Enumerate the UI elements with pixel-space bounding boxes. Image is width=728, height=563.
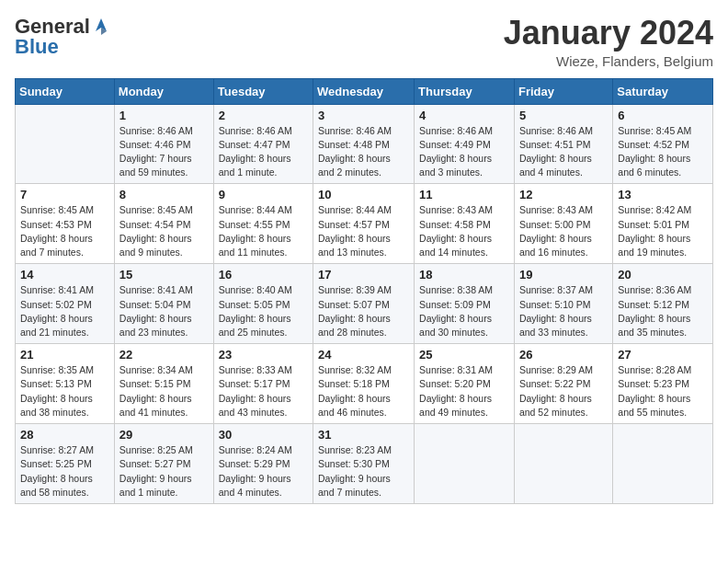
- day-info: Sunrise: 8:45 AM Sunset: 4:53 PM Dayligh…: [20, 203, 109, 259]
- day-info: Sunrise: 8:41 AM Sunset: 5:04 PM Dayligh…: [119, 283, 209, 339]
- table-row: 6Sunrise: 8:45 AM Sunset: 4:52 PM Daylig…: [613, 104, 713, 184]
- day-number: 30: [219, 428, 308, 442]
- day-number: 7: [20, 188, 109, 201]
- day-info: Sunrise: 8:32 AM Sunset: 5:18 PM Dayligh…: [318, 363, 409, 419]
- table-row: 2Sunrise: 8:46 AM Sunset: 4:47 PM Daylig…: [213, 104, 313, 184]
- calendar-header-row: Sunday Monday Tuesday Wednesday Thursday…: [16, 78, 713, 104]
- day-number: 4: [419, 109, 509, 122]
- table-row: 30Sunrise: 8:24 AM Sunset: 5:29 PM Dayli…: [213, 424, 313, 504]
- calendar-week-row: 1Sunrise: 8:46 AM Sunset: 4:46 PM Daylig…: [16, 104, 713, 184]
- day-info: Sunrise: 8:28 AM Sunset: 5:23 PM Dayligh…: [618, 363, 708, 419]
- header-wednesday: Wednesday: [313, 78, 415, 104]
- day-info: Sunrise: 8:33 AM Sunset: 5:17 PM Dayligh…: [219, 363, 308, 419]
- logo-blue-text: Blue: [15, 35, 59, 59]
- day-info: Sunrise: 8:39 AM Sunset: 5:07 PM Dayligh…: [318, 283, 409, 339]
- day-info: Sunrise: 8:37 AM Sunset: 5:10 PM Dayligh…: [519, 283, 608, 339]
- day-number: 3: [318, 109, 409, 122]
- day-number: 25: [419, 348, 509, 362]
- table-row: 25Sunrise: 8:31 AM Sunset: 5:20 PM Dayli…: [415, 344, 515, 424]
- day-number: 2: [219, 109, 308, 122]
- calendar-week-row: 21Sunrise: 8:35 AM Sunset: 5:13 PM Dayli…: [16, 344, 713, 424]
- header-tuesday: Tuesday: [213, 78, 313, 104]
- day-info: Sunrise: 8:46 AM Sunset: 4:47 PM Dayligh…: [219, 124, 308, 180]
- table-row: 24Sunrise: 8:32 AM Sunset: 5:18 PM Dayli…: [313, 344, 415, 424]
- logo-icon: [92, 15, 110, 35]
- table-row: 17Sunrise: 8:39 AM Sunset: 5:07 PM Dayli…: [313, 264, 415, 344]
- day-info: Sunrise: 8:31 AM Sunset: 5:20 PM Dayligh…: [419, 363, 509, 419]
- day-info: Sunrise: 8:35 AM Sunset: 5:13 PM Dayligh…: [20, 363, 109, 419]
- table-row: [415, 424, 515, 504]
- table-row: 14Sunrise: 8:41 AM Sunset: 5:02 PM Dayli…: [16, 264, 115, 344]
- table-row: 13Sunrise: 8:42 AM Sunset: 5:01 PM Dayli…: [613, 184, 713, 264]
- table-row: 5Sunrise: 8:46 AM Sunset: 4:51 PM Daylig…: [514, 104, 612, 184]
- table-row: 16Sunrise: 8:40 AM Sunset: 5:05 PM Dayli…: [213, 264, 313, 344]
- day-number: 15: [119, 268, 209, 282]
- title-area: January 2024 Wieze, Flanders, Belgium: [504, 15, 713, 69]
- day-number: 20: [618, 268, 708, 282]
- day-number: 1: [119, 109, 209, 122]
- table-row: 26Sunrise: 8:29 AM Sunset: 5:22 PM Dayli…: [514, 344, 612, 424]
- day-info: Sunrise: 8:24 AM Sunset: 5:29 PM Dayligh…: [219, 443, 308, 500]
- calendar-week-row: 28Sunrise: 8:27 AM Sunset: 5:25 PM Dayli…: [16, 424, 713, 504]
- header-sunday: Sunday: [16, 78, 115, 104]
- day-info: Sunrise: 8:44 AM Sunset: 4:55 PM Dayligh…: [219, 203, 308, 259]
- day-number: 6: [618, 109, 708, 122]
- calendar-table: Sunday Monday Tuesday Wednesday Thursday…: [15, 78, 713, 504]
- table-row: 18Sunrise: 8:38 AM Sunset: 5:09 PM Dayli…: [415, 264, 515, 344]
- location-subtitle: Wieze, Flanders, Belgium: [504, 53, 713, 69]
- day-number: 22: [119, 348, 209, 362]
- day-info: Sunrise: 8:41 AM Sunset: 5:02 PM Dayligh…: [20, 283, 109, 339]
- day-info: Sunrise: 8:43 AM Sunset: 4:58 PM Dayligh…: [419, 203, 509, 259]
- calendar-week-row: 14Sunrise: 8:41 AM Sunset: 5:02 PM Dayli…: [16, 264, 713, 344]
- month-year-title: January 2024: [504, 15, 713, 52]
- day-number: 23: [219, 348, 308, 362]
- day-number: 18: [419, 268, 509, 282]
- table-row: 23Sunrise: 8:33 AM Sunset: 5:17 PM Dayli…: [213, 344, 313, 424]
- table-row: 28Sunrise: 8:27 AM Sunset: 5:25 PM Dayli…: [16, 424, 115, 504]
- day-info: Sunrise: 8:45 AM Sunset: 4:52 PM Dayligh…: [618, 124, 708, 180]
- day-number: 8: [119, 188, 209, 201]
- day-number: 19: [519, 268, 608, 282]
- table-row: 10Sunrise: 8:44 AM Sunset: 4:57 PM Dayli…: [313, 184, 415, 264]
- day-info: Sunrise: 8:23 AM Sunset: 5:30 PM Dayligh…: [318, 443, 409, 500]
- table-row: 7Sunrise: 8:45 AM Sunset: 4:53 PM Daylig…: [16, 184, 115, 264]
- header-monday: Monday: [114, 78, 213, 104]
- table-row: [514, 424, 612, 504]
- table-row: [613, 424, 713, 504]
- day-info: Sunrise: 8:46 AM Sunset: 4:48 PM Dayligh…: [318, 124, 409, 180]
- day-info: Sunrise: 8:34 AM Sunset: 5:15 PM Dayligh…: [119, 363, 209, 419]
- day-number: 21: [20, 348, 109, 362]
- table-row: 27Sunrise: 8:28 AM Sunset: 5:23 PM Dayli…: [613, 344, 713, 424]
- table-row: 4Sunrise: 8:46 AM Sunset: 4:49 PM Daylig…: [415, 104, 515, 184]
- table-row: 15Sunrise: 8:41 AM Sunset: 5:04 PM Dayli…: [114, 264, 213, 344]
- day-info: Sunrise: 8:38 AM Sunset: 5:09 PM Dayligh…: [419, 283, 509, 339]
- day-number: 5: [519, 109, 608, 122]
- day-number: 12: [519, 188, 608, 201]
- table-row: 21Sunrise: 8:35 AM Sunset: 5:13 PM Dayli…: [16, 344, 115, 424]
- table-row: 9Sunrise: 8:44 AM Sunset: 4:55 PM Daylig…: [213, 184, 313, 264]
- day-info: Sunrise: 8:43 AM Sunset: 5:00 PM Dayligh…: [519, 203, 608, 259]
- page-header: General Blue January 2024 Wieze, Flander…: [15, 15, 713, 69]
- day-info: Sunrise: 8:46 AM Sunset: 4:51 PM Dayligh…: [519, 124, 608, 180]
- day-info: Sunrise: 8:44 AM Sunset: 4:57 PM Dayligh…: [318, 203, 409, 259]
- table-row: 11Sunrise: 8:43 AM Sunset: 4:58 PM Dayli…: [415, 184, 515, 264]
- calendar-week-row: 7Sunrise: 8:45 AM Sunset: 4:53 PM Daylig…: [16, 184, 713, 264]
- day-number: 11: [419, 188, 509, 201]
- day-info: Sunrise: 8:46 AM Sunset: 4:49 PM Dayligh…: [419, 124, 509, 180]
- day-number: 16: [219, 268, 308, 282]
- header-saturday: Saturday: [613, 78, 713, 104]
- logo: General Blue: [15, 15, 110, 59]
- day-number: 17: [318, 268, 409, 282]
- table-row: 8Sunrise: 8:45 AM Sunset: 4:54 PM Daylig…: [114, 184, 213, 264]
- day-number: 27: [618, 348, 708, 362]
- day-number: 24: [318, 348, 409, 362]
- day-info: Sunrise: 8:45 AM Sunset: 4:54 PM Dayligh…: [119, 203, 209, 259]
- day-number: 26: [519, 348, 608, 362]
- day-number: 28: [20, 428, 109, 442]
- table-row: 22Sunrise: 8:34 AM Sunset: 5:15 PM Dayli…: [114, 344, 213, 424]
- table-row: 31Sunrise: 8:23 AM Sunset: 5:30 PM Dayli…: [313, 424, 415, 504]
- day-info: Sunrise: 8:36 AM Sunset: 5:12 PM Dayligh…: [618, 283, 708, 339]
- day-number: 14: [20, 268, 109, 282]
- day-number: 9: [219, 188, 308, 201]
- day-number: 29: [119, 428, 209, 442]
